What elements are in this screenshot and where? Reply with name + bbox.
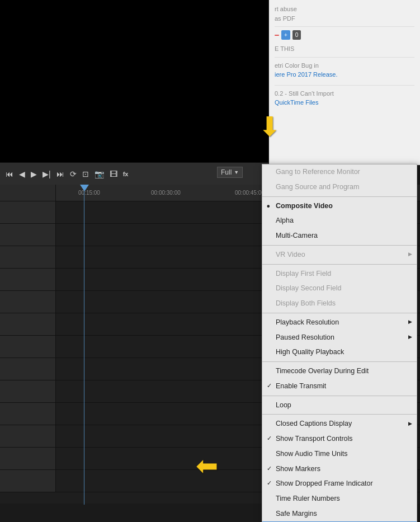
step-back-button[interactable]: ◀ [18, 168, 26, 180]
track-label-2 [0, 224, 56, 246]
menu-sep-2 [262, 245, 417, 246]
menu-item-show-transport[interactable]: Show Transport Controls [262, 431, 417, 446]
track-label-6 [0, 313, 56, 335]
full-label: Full [221, 168, 232, 176]
article2-text: 0.2 - Still Can’t Import [275, 90, 334, 97]
playhead [80, 185, 89, 191]
menu-item-display-both[interactable]: Display Both Fields [262, 296, 417, 311]
menu-item-hq-playback[interactable]: High Quality Playback [262, 345, 417, 360]
context-menu: Gang to Reference Monitor Gang Source an… [262, 164, 417, 522]
full-dropdown[interactable]: Full ▼ [217, 167, 243, 178]
camera-button[interactable]: 📷 [93, 168, 105, 180]
menu-item-gang-reference[interactable]: Gang to Reference Monitor [262, 164, 417, 180]
menu-item-paused-res[interactable]: Paused Resolution [262, 330, 417, 345]
save-pdf-text: as PDF [275, 15, 295, 22]
badge-blue: + [281, 30, 290, 40]
track-label-3 [0, 246, 56, 268]
menu-item-show-markers[interactable]: Show Markers [262, 462, 417, 477]
menu-sep-1 [262, 196, 417, 197]
menu-item-composite-video[interactable]: Composite Video [262, 199, 417, 214]
fx-button[interactable]: fx [122, 170, 130, 178]
menu-sep-5 [262, 361, 417, 362]
menu-item-gang-source[interactable]: Gang Source and Program [262, 180, 417, 195]
track-label-11 [0, 425, 56, 447]
step-forward-button[interactable]: ▶| [41, 168, 52, 180]
track-label-4 [0, 269, 56, 290]
menu-item-loop[interactable]: Loop [262, 398, 417, 413]
safe-margins-button[interactable]: ⊡ [81, 168, 90, 180]
menu-item-safe-margins[interactable]: Safe Margins [262, 506, 417, 521]
go-to-start-button[interactable]: ⏮ [4, 168, 15, 180]
article2-link[interactable]: QuickTime Files [275, 98, 414, 107]
track-label-5 [0, 291, 56, 313]
dropdown-arrow: ▼ [234, 170, 239, 175]
arrow-down-indicator: ⬇ [258, 111, 281, 142]
menu-item-playback-res[interactable]: Playback Resolution [262, 315, 417, 330]
menu-item-vr-video[interactable]: VR Video [262, 247, 417, 262]
menu-sep-7 [262, 414, 417, 415]
ruler-mark-45: 00:00:45:00 [235, 190, 265, 196]
report-abuse-text: rt abuse [275, 6, 297, 12]
video-preview [0, 0, 268, 162]
clip-button[interactable]: 🎞 [108, 168, 119, 180]
menu-item-multi-camera[interactable]: Multi-Camera [262, 228, 417, 243]
menu-item-show-audio-time[interactable]: Show Audio Time Units [262, 446, 417, 462]
playhead-line [84, 191, 84, 505]
menu-item-closed-captions[interactable]: Closed Captions Display [262, 416, 417, 431]
track-label-7 [0, 336, 56, 358]
right-panel: rt abuse as PDF + 0 E THIS etri Color Bu… [269, 0, 420, 165]
share-label: E THIS [275, 45, 294, 52]
menu-sep-3 [262, 264, 417, 265]
badge-red [275, 35, 279, 36]
arrow-right-indicator: ⬅ [196, 450, 218, 481]
menu-item-timecode-overlay[interactable]: Timecode Overlay During Edit [262, 364, 417, 379]
menu-item-enable-transmit[interactable]: Enable Transmit [262, 379, 417, 394]
track-label-8 [0, 358, 56, 380]
badge-plus: + [284, 31, 287, 39]
track-label-12 [0, 448, 56, 469]
menu-item-display-first[interactable]: Display First Field [262, 266, 417, 281]
badge-count: 0 [292, 30, 301, 40]
article1-link[interactable]: iere Pro 2017 Release. [275, 70, 414, 79]
menu-sep-6 [262, 396, 417, 396]
menu-item-time-ruler[interactable]: Time Ruler Numbers [262, 491, 417, 506]
play-button[interactable]: ▶ [30, 168, 38, 180]
go-to-end-button[interactable]: ⏭ [55, 168, 65, 180]
menu-item-show-dropped[interactable]: Show Dropped Frame Indicator [262, 476, 417, 491]
menu-sep-4 [262, 313, 417, 313]
loop-button[interactable]: ⟳ [69, 168, 78, 180]
track-label-10 [0, 403, 56, 425]
ruler-mark-30: 00:00:30:00 [151, 190, 181, 196]
badge-area: + 0 [275, 30, 414, 40]
track-label-1 [0, 201, 56, 223]
track-label-9 [0, 380, 56, 402]
track-label-13 [0, 470, 56, 492]
menu-item-display-second[interactable]: Display Second Field [262, 281, 417, 296]
article1-text: etri Color Bug in [275, 62, 319, 69]
menu-item-alpha[interactable]: Alpha [262, 213, 417, 228]
